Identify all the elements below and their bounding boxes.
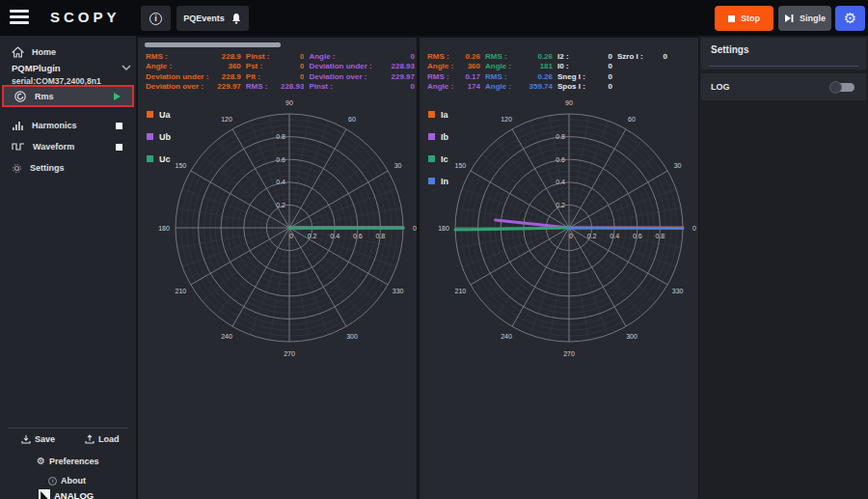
svg-text:30: 30 (394, 162, 402, 169)
save-button[interactable]: Save (21, 434, 55, 444)
stop-icon (728, 15, 735, 22)
stat-value: 228.93 (389, 62, 415, 70)
stat-label: RMS : (485, 52, 507, 61)
preferences-label: Preferences (49, 457, 99, 466)
svg-text:120: 120 (221, 116, 232, 123)
sidebar-plugin-header[interactable]: PQMPlugin serial:COM37,2400,8n1 (12, 63, 127, 86)
running-indicator-icon[interactable] (114, 93, 121, 100)
adi-logo-icon (39, 489, 50, 499)
stat-cell: Pst :0 (246, 62, 305, 70)
settings-gear-button[interactable]: ⚙ (835, 6, 865, 31)
svg-text:0.4: 0.4 (276, 179, 285, 185)
about-button[interactable]: i About (48, 476, 86, 485)
sidebar-item-home[interactable]: Home (0, 42, 136, 63)
load-button[interactable]: Load (85, 434, 120, 444)
stat-value: 360 (465, 62, 480, 70)
svg-text:330: 330 (672, 288, 684, 294)
svg-text:0.6: 0.6 (633, 233, 642, 239)
stat-cell: Angle :360 (146, 62, 241, 70)
sidebar: Home PQMPlugin serial:COM37,2400,8n1 Rms… (0, 36, 136, 499)
svg-text:0.6: 0.6 (556, 156, 565, 163)
brand-label: ANALOG (54, 490, 94, 499)
log-toggle[interactable] (831, 83, 854, 92)
settings-gear-icon (12, 163, 22, 174)
stat-label: Angle : (485, 62, 511, 70)
horizontal-scrollbar-thumb[interactable] (145, 42, 281, 47)
stat-label: RMS : (146, 52, 168, 61)
svg-text:0.8: 0.8 (276, 133, 285, 140)
info-button[interactable]: i (141, 6, 171, 31)
sidebar-divider (8, 428, 128, 429)
main-content: RMS :228.9Pinst :0Angle :0Angle :360Pst … (136, 36, 699, 499)
stat-value: 0 (606, 62, 612, 70)
stat-cell: RMS :0.26 (485, 52, 553, 61)
stat-value: 0 (606, 52, 612, 61)
load-label: Load (98, 434, 120, 444)
info-icon: i (149, 13, 162, 25)
about-info-icon: i (48, 477, 57, 485)
svg-text:180: 180 (438, 225, 449, 232)
stop-button[interactable]: Stop (715, 6, 773, 31)
svg-text:210: 210 (176, 288, 187, 294)
svg-text:210: 210 (455, 288, 467, 294)
log-section: LOG (701, 73, 866, 100)
tab-pqevents[interactable]: PQEvents (176, 6, 249, 31)
stat-cell: RMS :228.9 (146, 52, 241, 61)
current-phasor-panel: RMS :0.26RMS :0.26I2 :0Szro I :0Angle :3… (420, 38, 698, 499)
svg-text:0: 0 (413, 225, 417, 232)
svg-text:270: 270 (563, 350, 575, 357)
svg-text:0.4: 0.4 (610, 233, 619, 239)
single-run-icon (784, 14, 794, 23)
stat-label: I2 : (557, 52, 569, 61)
about-label: About (61, 476, 86, 485)
sidebar-item-harmonics[interactable]: Harmonics (0, 115, 136, 136)
svg-text:0: 0 (692, 225, 696, 232)
svg-text:60: 60 (348, 116, 356, 123)
pqevents-label: PQEvents (183, 14, 225, 23)
stat-label: Angle : (427, 62, 453, 70)
chevron-down-icon[interactable] (122, 65, 131, 70)
save-label: Save (35, 434, 55, 444)
stat-cell: Pinst :0 (246, 52, 305, 61)
phasor-ic (455, 228, 569, 230)
svg-text:0.4: 0.4 (330, 233, 339, 239)
bell-icon (231, 13, 242, 25)
gear-icon: ⚙ (844, 10, 856, 27)
stat-value: 0 (297, 52, 304, 61)
plugin-name: PQMPlugin (12, 63, 127, 73)
stat-cell: I2 :0 (557, 52, 612, 61)
sidebar-item-settings[interactable]: Settings (0, 157, 136, 179)
preferences-button[interactable]: ⚙ Preferences (37, 456, 99, 466)
svg-text:90: 90 (565, 99, 573, 106)
sidebar-item-rms[interactable]: Rms (2, 85, 134, 107)
log-toggle-knob (829, 81, 842, 94)
harmonics-icon (12, 120, 24, 131)
rms-label: Rms (35, 92, 54, 101)
svg-text:180: 180 (158, 225, 170, 232)
svg-text:330: 330 (393, 288, 404, 294)
settings-underline (709, 66, 858, 67)
stat-cell: Angle :360 (427, 62, 480, 70)
stat-row: Angle :360Pst :0Deviation under :228.93 (146, 62, 415, 72)
menu-hamburger-icon[interactable] (10, 10, 29, 25)
stat-row: RMS :228.9Pinst :0Angle :0 (146, 51, 415, 62)
svg-text:150: 150 (455, 162, 467, 169)
stop-label: Stop (741, 14, 760, 23)
stopped-indicator-icon[interactable] (116, 123, 122, 129)
svg-text:0.8: 0.8 (556, 133, 565, 140)
svg-text:270: 270 (284, 350, 295, 357)
svg-text:0.6: 0.6 (276, 156, 285, 163)
svg-text:0.8: 0.8 (376, 233, 386, 239)
stat-value: 181 (537, 62, 553, 70)
stat-cell: Deviation under :228.93 (309, 62, 415, 70)
stat-value: 228.9 (219, 52, 241, 61)
settings-title: Settings (711, 44, 748, 55)
voltage-phasor-chart: 03060901201501802102402703003300.20.40.6… (138, 72, 417, 499)
single-button[interactable]: Single (778, 6, 831, 31)
log-label: LOG (711, 82, 730, 92)
svg-text:0.2: 0.2 (556, 202, 565, 208)
save-icon (21, 434, 31, 444)
stopped-indicator-icon[interactable] (116, 144, 122, 151)
svg-text:0: 0 (289, 233, 293, 239)
sidebar-item-waveform[interactable]: Waveform (0, 136, 136, 157)
